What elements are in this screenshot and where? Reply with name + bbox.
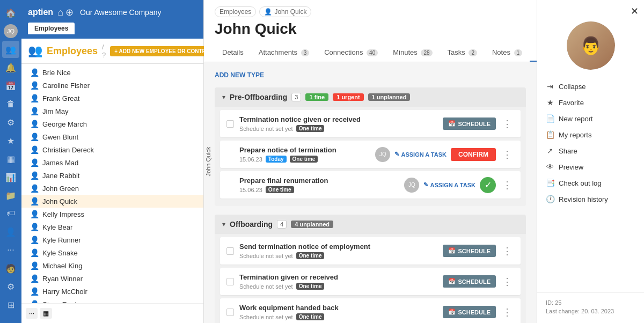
- right-menu-check-out-log[interactable]: 📑Check out log: [537, 175, 644, 191]
- right-menu-favorite[interactable]: ★Favorite: [537, 94, 644, 111]
- employee-item[interactable]: 👤Jane Rabbit: [21, 169, 203, 182]
- employee-item[interactable]: 👤John Green: [21, 182, 203, 195]
- tab-activity-plans[interactable]: Activity plans 26: [530, 44, 537, 62]
- more-options-button[interactable]: ⋮: [500, 148, 514, 162]
- sidebar-footer-grid[interactable]: ▦: [40, 308, 52, 319]
- nav-settings2[interactable]: ⚙: [2, 278, 19, 295]
- more-options-button[interactable]: ⋮: [500, 117, 514, 131]
- add-type-button[interactable]: ADD NEW TYPE: [215, 71, 264, 79]
- nav-person[interactable]: 🧑: [2, 260, 19, 277]
- tab-notes[interactable]: Notes 1: [485, 44, 530, 62]
- employee-item[interactable]: 👤Frank Great: [21, 92, 203, 105]
- schedule-button[interactable]: 📅SCHEDULE: [443, 245, 496, 257]
- employee-name: Jim May: [42, 107, 68, 115]
- assign-task-button[interactable]: ✎ASSIGN A TASK: [423, 181, 475, 188]
- nav-home[interactable]: 🏠: [2, 4, 19, 21]
- employee-name: George March: [42, 120, 87, 128]
- calendar-icon: 📅: [448, 247, 456, 254]
- employee-item[interactable]: 👤George March: [21, 118, 203, 130]
- nav-users2[interactable]: 👤: [2, 223, 19, 240]
- nav-star[interactable]: ★: [2, 132, 19, 149]
- task-checkbox[interactable]: [226, 120, 234, 128]
- more-options-button[interactable]: ⋮: [500, 178, 514, 192]
- employee-item[interactable]: 👤Ryan Winner: [21, 272, 203, 285]
- employee-item[interactable]: 👤John Quick: [21, 195, 203, 208]
- right-menu-share[interactable]: ↗Share: [537, 143, 644, 159]
- nav-avatar[interactable]: JQ: [2, 23, 19, 40]
- employee-item[interactable]: 👤Brie Nice: [21, 66, 203, 79]
- employee-item[interactable]: 👤James Mad: [21, 156, 203, 169]
- employee-item[interactable]: 👤Kelly Impress: [21, 208, 203, 221]
- employee-item[interactable]: 👤Michael King: [21, 259, 203, 272]
- nav-settings[interactable]: ⚙: [2, 114, 19, 131]
- more-options-button[interactable]: ⋮: [500, 275, 514, 289]
- section-header[interactable]: ▾ Pre-Offboarding 3 1 fine1 urgent1 unpl…: [215, 87, 526, 107]
- employee-item[interactable]: 👤Caroline Fisher: [21, 79, 203, 92]
- task-avatar: JQ: [375, 147, 390, 162]
- tab-connections[interactable]: Connections 40: [317, 44, 385, 62]
- nav-trash[interactable]: 🗑: [2, 96, 19, 113]
- breadcrumb-employees[interactable]: Employees: [215, 6, 256, 17]
- employee-item[interactable]: 👤Harry McChoir: [21, 285, 203, 298]
- schedule-button[interactable]: 📅SCHEDULE: [443, 306, 496, 318]
- confirm-button[interactable]: CONFIRM: [451, 148, 496, 161]
- employee-icon: 👤: [30, 145, 39, 154]
- nav-bell[interactable]: 🔔: [2, 59, 19, 76]
- right-menu-my-reports[interactable]: 📋My reports: [537, 127, 644, 143]
- employee-item[interactable]: 👤Christian Dereck: [21, 143, 203, 156]
- schedule-button[interactable]: 📅SCHEDULE: [443, 275, 496, 288]
- employee-item[interactable]: 👤Kyle Snake: [21, 246, 203, 259]
- nav-folder[interactable]: 📁: [2, 187, 19, 204]
- task-checkbox[interactable]: [226, 309, 234, 316]
- nav-tag[interactable]: 🏷: [2, 205, 19, 222]
- employee-item[interactable]: 👤Gwen Blunt: [21, 130, 203, 143]
- right-menu-collapse[interactable]: ⇥Collapse: [537, 78, 644, 94]
- employees-tab[interactable]: Employees: [28, 23, 75, 34]
- nav-more[interactable]: ···: [2, 241, 19, 259]
- more-options-button[interactable]: ⋮: [500, 305, 514, 319]
- employee-icon: 👤: [30, 158, 39, 167]
- nav-employees[interactable]: 👥: [2, 41, 19, 58]
- employee-item[interactable]: 👤Kyle Runner: [21, 233, 203, 246]
- assign-task-button[interactable]: ✎ASSIGN A TASK: [394, 151, 447, 158]
- task-checkbox[interactable]: [226, 247, 234, 255]
- task-checkbox[interactable]: [226, 278, 234, 285]
- close-button[interactable]: ✕: [631, 5, 639, 17]
- sections-container: ▾ Pre-Offboarding 3 1 fine1 urgent1 unpl…: [215, 87, 526, 323]
- tab-badge: 1: [514, 49, 523, 56]
- home-icon[interactable]: ⌂: [57, 7, 63, 18]
- company-name: Our Awesome Company: [80, 8, 197, 17]
- section-header[interactable]: ▾ Offboarding 4 4 unplanned: [215, 215, 526, 234]
- task-badge: One time: [296, 283, 325, 290]
- task-row: Prepare notice of termination 15.06.23 T…: [220, 141, 521, 168]
- employee-item[interactable]: 👤Steve Rook: [21, 298, 203, 303]
- nav-chart[interactable]: 📊: [2, 168, 19, 186]
- nav-calendar[interactable]: 📅: [2, 77, 19, 94]
- right-menu-icon: ↗: [546, 146, 554, 155]
- employee-icon: 👤: [30, 210, 39, 218]
- nav-dots[interactable]: ⊞: [2, 296, 19, 313]
- task-actions: JQ✎ASSIGN A TASK✓⋮: [404, 177, 514, 193]
- section-chevron: ▾: [222, 221, 225, 228]
- section-pre-offboarding: ▾ Pre-Offboarding 3 1 fine1 urgent1 unpl…: [215, 87, 526, 206]
- section-title: Pre-Offboarding: [230, 93, 287, 101]
- right-menu-revision-history[interactable]: 🕐Revision history: [537, 191, 644, 207]
- more-options-button[interactable]: ⋮: [500, 244, 514, 258]
- schedule-button[interactable]: 📅SCHEDULE: [443, 118, 496, 130]
- tab-details[interactable]: Details: [215, 44, 251, 62]
- help-icon[interactable]: / ?: [102, 43, 106, 59]
- main-header: Employees 👤 John Quick John Quick Detail…: [204, 0, 537, 62]
- tab-attachments[interactable]: Attachments 3: [251, 44, 317, 62]
- task-actions: 📅SCHEDULE⋮: [443, 305, 514, 319]
- tab-tasks[interactable]: Tasks 2: [440, 44, 485, 62]
- employee-item[interactable]: 👤Jim May: [21, 105, 203, 118]
- nav-grid[interactable]: ▦: [2, 150, 19, 167]
- sidebar-footer-dots[interactable]: ···: [26, 308, 38, 319]
- right-menu-preview[interactable]: 👁Preview: [537, 159, 644, 175]
- tab-minutes[interactable]: Minutes 28: [385, 44, 440, 62]
- check-button[interactable]: ✓: [480, 177, 496, 193]
- breadcrumb-john-quick[interactable]: 👤 John Quick: [259, 6, 311, 17]
- right-menu-new-report[interactable]: 📄New report: [537, 111, 644, 127]
- employee-item[interactable]: 👤Kyle Bear: [21, 221, 203, 233]
- add-icon[interactable]: ⊕: [65, 6, 74, 18]
